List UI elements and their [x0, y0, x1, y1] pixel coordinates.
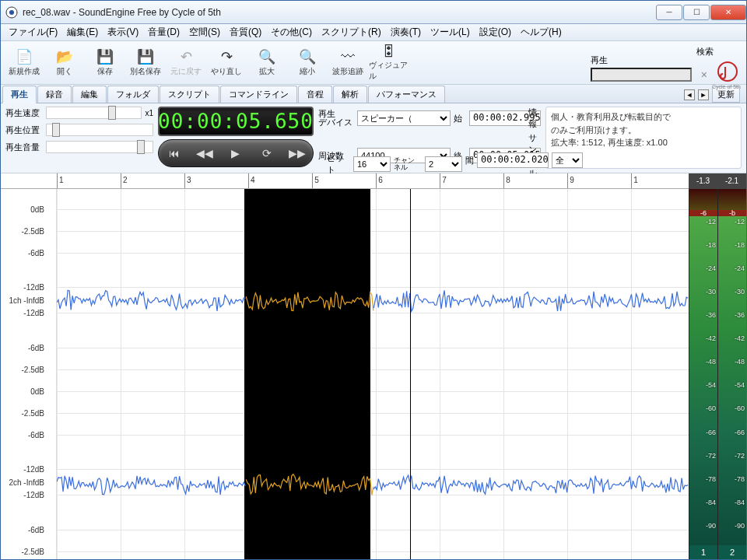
tab-analyze[interactable]: 解析	[333, 86, 367, 103]
time-display: 00:00:05.650	[158, 107, 314, 136]
menu-setting[interactable]: 設定(O)	[475, 24, 516, 40]
device-label: 再生 デバイス	[318, 110, 354, 127]
menu-other[interactable]: その他(C)	[266, 24, 317, 40]
bit-select[interactable]: 16	[353, 156, 391, 172]
open-button[interactable]: 📂開く	[44, 43, 85, 82]
skip-back-button[interactable]: ⏮	[162, 142, 187, 164]
rewind-button[interactable]: ◀◀	[192, 142, 217, 164]
time-ruler[interactable]: 1234567891	[1, 173, 689, 189]
file-new-icon: 📄	[15, 47, 33, 66]
tabbar: 再生 録音 編集 フォルダ スクリプト コマンドライン 音程 解析 パフォーマン…	[1, 85, 746, 103]
tab-folder[interactable]: フォルダ	[107, 86, 159, 103]
zoomin-button[interactable]: 🔍拡大	[247, 43, 287, 82]
meter-header-l: -1.3	[689, 173, 717, 189]
menu-help[interactable]: ヘルプ(H)	[516, 24, 566, 40]
meter-right[interactable]: -b -12-18-24-30-36-42-48-54-60-66-72-78-…	[717, 189, 746, 545]
waveform-svg	[57, 189, 689, 557]
toolbar: 📄新規作成 📂開く 💾保存 💾別名保存 ↶元に戻す ↷やり直し 🔍拡大 🔍縮小 …	[1, 41, 746, 85]
undo-button[interactable]: ↶元に戻す	[166, 43, 206, 82]
undo-icon: ↶	[177, 47, 195, 66]
zoomout-button[interactable]: 🔍縮小	[287, 43, 328, 82]
meter-peak-r: -b	[718, 210, 746, 216]
zoom-in-icon: 🔍	[258, 47, 276, 66]
waveform-canvas[interactable]	[57, 189, 689, 559]
all-select[interactable]: 全	[552, 152, 583, 168]
tab-perf[interactable]: パフォーマンス	[368, 86, 445, 103]
menu-file[interactable]: ファイル(F)	[4, 24, 62, 40]
meter-foot-l[interactable]: 1	[689, 545, 717, 559]
maximize-button[interactable]: ☐	[683, 5, 710, 20]
tab-cmd[interactable]: コマンドライン	[220, 86, 297, 103]
saveas-button[interactable]: 💾別名保存	[125, 43, 166, 82]
play-field-label: 再生	[591, 54, 608, 66]
playhead-cursor[interactable]	[410, 189, 411, 559]
app-icon	[5, 6, 18, 19]
chan-label: チャン ネル	[394, 157, 422, 171]
clear-icon[interactable]: ×	[696, 68, 712, 81]
save-icon: 💾	[96, 47, 114, 66]
window-controls: ─ ☐ ✕	[655, 5, 746, 20]
speed-mult: x1	[145, 109, 153, 117]
device-select[interactable]: スピーカー（	[357, 110, 451, 126]
menu-view[interactable]: 表示(V)	[103, 24, 143, 40]
window-title: rec_08.wav - SoundEngine Free by Cycle o…	[23, 7, 655, 18]
menu-edit[interactable]: 編集(E)	[62, 24, 103, 40]
redo-icon: ↷	[217, 47, 236, 66]
tab-edit[interactable]: 編集	[72, 86, 107, 103]
search-field-label: 検索	[696, 46, 714, 58]
close-button[interactable]: ✕	[710, 5, 746, 20]
svg-text:Cycle of 5th: Cycle of 5th	[712, 84, 741, 90]
dur-value[interactable]: 00:00:02.020	[477, 152, 549, 168]
saveas-icon: 💾	[136, 47, 155, 66]
new-button[interactable]: 📄新規作成	[4, 43, 44, 82]
speed-slider[interactable]	[46, 107, 142, 119]
menu-tool[interactable]: ツール(L)	[426, 24, 475, 40]
transport-bar: ⏮ ◀◀ ▶ ⟳ ▶▶	[158, 139, 314, 167]
titlebar[interactable]: rec_08.wav - SoundEngine Free by Cycle o…	[1, 1, 746, 24]
tab-play[interactable]: 再生	[2, 86, 37, 103]
menu-space[interactable]: 空間(S)	[184, 24, 225, 40]
bit-label: ビット	[327, 152, 350, 176]
next-button[interactable]: ►	[698, 89, 709, 100]
db-scale: 0dB-2.5dB-6dB-12dB1ch -InfdB-12dB-6dB-2.…	[1, 189, 57, 559]
play-panel: 再生速度x1 再生位置 再生音量 00:00:05.650 ⏮ ◀◀ ▶ ⟳ ▶…	[1, 103, 746, 173]
meter-foot-r[interactable]: 2	[717, 545, 746, 559]
menubar: ファイル(F) 編集(E) 表示(V) 音量(D) 空間(S) 音質(Q) その…	[1, 24, 746, 41]
tab-pitch[interactable]: 音程	[298, 86, 332, 103]
menu-volume[interactable]: 音量(D)	[143, 24, 184, 40]
redo-button[interactable]: ↷やり直し	[206, 43, 247, 82]
volume-slider[interactable]	[46, 141, 153, 153]
position-slider[interactable]	[46, 124, 153, 136]
folder-open-icon: 📂	[55, 47, 74, 66]
tab-script[interactable]: スクリプト	[160, 86, 219, 103]
prev-button[interactable]: ◄	[684, 89, 695, 100]
loop-button[interactable]: ⟳	[254, 142, 279, 164]
waveform-area: 0dB-2.5dB-6dB-12dB1ch -InfdB-12dB-6dB-2.…	[1, 189, 689, 559]
visual-button[interactable]: 🎛ヴィジュアル	[368, 43, 409, 82]
wavefollow-button[interactable]: 〰波形追跡	[328, 43, 368, 82]
chan-select[interactable]: 2	[425, 156, 462, 172]
menu-quality[interactable]: 音質(Q)	[225, 24, 266, 40]
meter-peak-l: -6	[689, 210, 717, 216]
brand-logo: Cycle of 5th	[712, 59, 743, 90]
forward-button[interactable]: ▶▶	[285, 142, 310, 164]
svg-point-1	[9, 10, 14, 15]
play-button[interactable]: ▶	[223, 142, 248, 164]
tab-record[interactable]: 録音	[37, 86, 72, 103]
minimize-button[interactable]: ─	[656, 5, 682, 20]
menu-play[interactable]: 演奏(T)	[386, 24, 426, 40]
meter-header-r: -2.1	[717, 173, 746, 189]
level-meters: -1.3 -2.1 -6 -12-18-24-30-36-42-48-54-60…	[689, 173, 746, 559]
start-label: 始	[454, 113, 466, 124]
visual-icon: 🎛	[379, 44, 398, 60]
volume-label: 再生音量	[5, 142, 43, 153]
meter-left[interactable]: -6 -12-18-24-30-36-42-48-54-60-66-72-78-…	[689, 189, 717, 545]
save-button[interactable]: 💾保存	[85, 43, 125, 82]
play-field[interactable]	[591, 68, 692, 82]
position-label: 再生位置	[5, 124, 43, 136]
zoom-out-icon: 🔍	[298, 47, 317, 66]
menu-script[interactable]: スクリプト(R)	[317, 24, 386, 40]
waveform-icon: 〰	[338, 47, 357, 66]
dur-label: 間	[465, 155, 474, 166]
speed-label: 再生速度	[5, 107, 43, 119]
